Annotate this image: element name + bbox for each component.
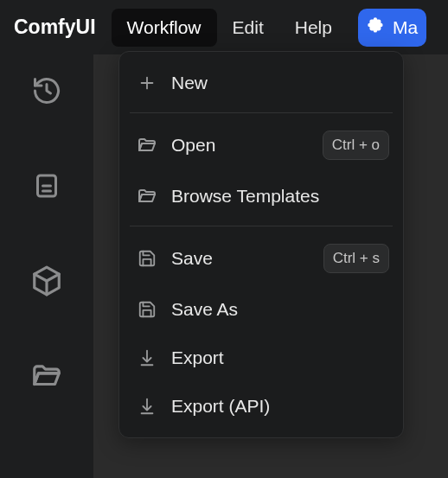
menu-browse-templates[interactable]: Browse Templates bbox=[119, 172, 403, 220]
download-icon bbox=[135, 394, 159, 418]
menu-save-as-label: Save As bbox=[171, 299, 389, 320]
sidebar-nodes[interactable] bbox=[28, 264, 66, 302]
menu-browse-templates-label: Browse Templates bbox=[171, 186, 389, 207]
puzzle-piece-icon bbox=[365, 15, 393, 41]
menu-edit[interactable]: Edit bbox=[217, 9, 279, 47]
menu-save-as[interactable]: Save As bbox=[119, 285, 403, 334]
sidebar-history[interactable] bbox=[28, 73, 66, 112]
sidebar-notes[interactable] bbox=[28, 169, 66, 207]
menu-export-api[interactable]: Export (API) bbox=[119, 382, 403, 430]
sidebar bbox=[0, 54, 93, 478]
cube-icon bbox=[30, 264, 63, 301]
menu-export-api-label: Export (API) bbox=[171, 396, 389, 417]
manager-label: Ma bbox=[393, 17, 418, 38]
menu-new[interactable]: New bbox=[119, 59, 403, 107]
menu-save-shortcut: Ctrl + s bbox=[323, 244, 389, 273]
folder-open-icon bbox=[135, 133, 159, 157]
menu-new-label: New bbox=[171, 73, 389, 93]
download-icon bbox=[135, 346, 159, 370]
canvas[interactable]: New Open Ctrl + o bbox=[93, 54, 448, 478]
document-icon bbox=[31, 170, 62, 205]
folder-open-icon bbox=[135, 184, 159, 208]
menu-export[interactable]: Export bbox=[119, 334, 403, 382]
plus-icon bbox=[135, 71, 159, 95]
separator bbox=[130, 112, 393, 113]
sidebar-files[interactable] bbox=[28, 359, 66, 397]
folder-open-icon bbox=[30, 360, 63, 396]
separator bbox=[130, 226, 393, 226]
workflow-dropdown: New Open Ctrl + o bbox=[118, 51, 404, 438]
manager-button[interactable]: Ma bbox=[358, 9, 426, 47]
menu-open-shortcut: Ctrl + o bbox=[323, 131, 389, 160]
save-icon bbox=[135, 297, 159, 322]
app-title: ComfyUI bbox=[14, 16, 96, 39]
menu-help[interactable]: Help bbox=[279, 9, 348, 47]
menu-export-label: Export bbox=[171, 347, 389, 368]
save-icon bbox=[135, 246, 159, 271]
menu-open[interactable]: Open Ctrl + o bbox=[119, 118, 403, 172]
menu-save[interactable]: Save Ctrl + s bbox=[119, 232, 403, 285]
menubar: ComfyUI Workflow Edit Help Ma bbox=[0, 0, 448, 54]
main-area: New Open Ctrl + o bbox=[0, 54, 448, 478]
history-icon bbox=[31, 75, 62, 110]
menu-workflow[interactable]: Workflow bbox=[112, 9, 217, 47]
menu-save-label: Save bbox=[171, 248, 323, 269]
menu-open-label: Open bbox=[171, 135, 323, 156]
